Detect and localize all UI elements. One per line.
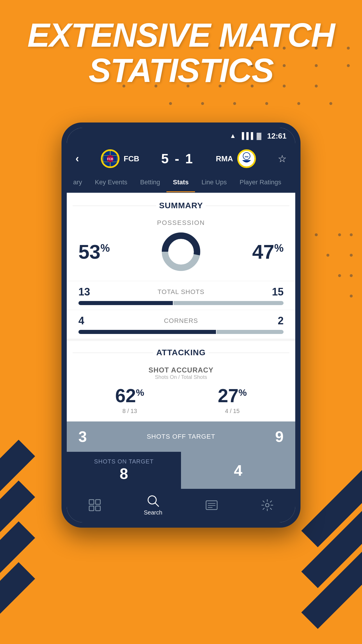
match-score: 5 - 1: [161, 151, 194, 167]
svg-text:RM: RM: [245, 155, 248, 158]
team-right-name: RMA: [216, 154, 233, 163]
corners-header: 4 CORNERS 2: [78, 315, 284, 327]
tab-betting[interactable]: Betting: [134, 173, 167, 192]
phone-body: ▲ ▐▐▐ ▓ 12:61 ‹ FCB: [61, 123, 301, 528]
corners-label: CORNERS: [164, 317, 198, 325]
shots-on-target-right-val: 4: [234, 462, 242, 479]
possession-left: 53%: [78, 240, 110, 263]
tab-ary[interactable]: ary: [67, 173, 89, 192]
corners-bar-left: [78, 330, 216, 334]
back-button[interactable]: ‹: [75, 153, 79, 165]
stats-content: SUMMARY POSSESSION 53%: [67, 193, 295, 489]
shots-on-target-label: SHOTS ON TARGET: [94, 458, 154, 465]
svg-point-9: [169, 240, 193, 263]
shots-on-target-right: 4: [181, 452, 295, 489]
corners-bar: [78, 330, 284, 334]
shot-accuracy-section: SHOT ACCURACY Shots On / Total Shots 62%…: [67, 363, 295, 421]
corners-bar-right: [217, 330, 284, 334]
accuracy-left-pct: 62%: [115, 385, 144, 407]
attacking-heading: ATTACKING: [67, 339, 295, 363]
attacking-label: ATTACKING: [156, 348, 206, 357]
shot-accuracy-sublabel: Shots On / Total Shots: [78, 374, 284, 380]
attacking-line-right: [209, 353, 289, 353]
svg-line-15: [155, 503, 159, 506]
corners-row: 4 CORNERS 2: [67, 310, 295, 339]
possession-donut: [161, 231, 201, 272]
shots-off-target-row: 3 SHOTS OFF TARGET 9: [67, 421, 295, 452]
tab-key-events[interactable]: Key Events: [89, 173, 134, 192]
svg-point-20: [266, 503, 269, 507]
shot-accuracy-label: SHOT ACCURACY: [78, 366, 284, 374]
total-shots-row: 13 TOTAL SHOTS 15: [67, 281, 295, 310]
shots-on-target-container: SHOTS ON TARGET 8 4: [67, 452, 295, 489]
rma-badge: RM: [237, 149, 256, 168]
possession-label: POSSESSION: [78, 219, 284, 227]
signal-icon: ▐▐▐: [240, 132, 253, 140]
nav-tabs: ary Key Events Betting Stats Line Ups Pl…: [67, 173, 295, 193]
nav-news[interactable]: [205, 498, 218, 512]
nav-home[interactable]: [88, 498, 101, 512]
total-shots-header: 13 TOTAL SHOTS 15: [78, 286, 284, 298]
accuracy-row: 62% 8 / 13 27% 4 / 15: [78, 385, 284, 414]
shots-off-right: 9: [275, 428, 284, 445]
total-shots-bar: [78, 301, 284, 305]
status-time: 12:61: [267, 132, 287, 141]
headline-line2: STATISTICS: [89, 52, 273, 89]
total-shots-bar-left: [78, 301, 173, 305]
headline: EXTENSIVE MATCH STATISTICS: [0, 18, 362, 88]
total-shots-right: 15: [272, 286, 284, 298]
fcb-badge: FCB: [101, 149, 120, 168]
shots-on-target-left: SHOTS ON TARGET 8: [67, 452, 181, 489]
phone-frame: ▲ ▐▐▐ ▓ 12:61 ‹ FCB: [61, 123, 301, 528]
attacking-line-left: [73, 353, 153, 353]
wifi-icon: ▲: [230, 132, 236, 140]
accuracy-left-sub: 8 / 13: [115, 408, 144, 414]
corners-right: 2: [278, 315, 284, 327]
battery-icon: ▓: [256, 132, 261, 140]
accuracy-right-sub: 4 / 15: [218, 408, 247, 414]
svg-point-4: [238, 150, 255, 167]
svg-text:FCB: FCB: [107, 158, 113, 161]
possession-right: 47%: [252, 240, 284, 263]
possession-section: POSSESSION 53%: [67, 216, 295, 281]
shots-off-label: SHOTS OFF TARGET: [147, 433, 215, 440]
svg-rect-13: [96, 506, 100, 511]
accuracy-right: 27% 4 / 15: [218, 385, 247, 414]
accuracy-right-pct: 27%: [218, 385, 247, 407]
shots-off-left: 3: [78, 428, 87, 445]
svg-rect-11: [96, 500, 100, 504]
heading-line-right: [206, 206, 289, 206]
team-right: RMA RM: [216, 149, 256, 168]
nav-settings[interactable]: [261, 498, 274, 512]
tab-stats[interactable]: Stats: [166, 173, 195, 192]
nav-search-label: Search: [144, 509, 162, 516]
nav-search[interactable]: Search: [144, 494, 162, 516]
possession-row: 53%: [78, 231, 284, 272]
svg-rect-12: [89, 506, 94, 511]
total-shots-left: 13: [78, 286, 90, 298]
favorite-icon[interactable]: ☆: [278, 153, 287, 164]
team-left: FCB FCB: [101, 149, 139, 168]
phone-screen: ▲ ▐▐▐ ▓ 12:61 ‹ FCB: [67, 128, 295, 522]
tab-player-ratings[interactable]: Player Ratings: [233, 173, 288, 192]
shots-on-target-left-val: 8: [120, 465, 128, 482]
summary-label: SUMMARY: [159, 201, 203, 210]
summary-heading: SUMMARY: [67, 193, 295, 216]
bottom-nav: Search: [67, 489, 295, 522]
svg-rect-10: [89, 500, 94, 504]
corners-left: 4: [78, 315, 84, 327]
team-left-name: FCB: [124, 154, 139, 163]
match-header: ‹ FCB FCB 5 - 1 RMA: [67, 144, 295, 173]
status-bar: ▲ ▐▐▐ ▓ 12:61: [67, 128, 295, 144]
total-shots-bar-right: [173, 301, 284, 305]
total-shots-label: TOTAL SHOTS: [158, 288, 205, 296]
headline-line1: EXTENSIVE MATCH: [27, 16, 335, 54]
tab-lineups[interactable]: Line Ups: [195, 173, 233, 192]
heading-line-left: [73, 206, 156, 206]
accuracy-left: 62% 8 / 13: [115, 385, 144, 414]
